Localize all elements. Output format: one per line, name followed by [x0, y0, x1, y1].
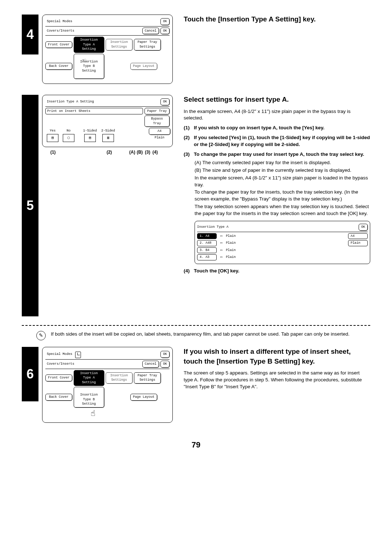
lcd6-title: Special Modes — [45, 351, 74, 357]
sub-b: (B) The size and type of paper in the cu… — [195, 167, 370, 174]
tray-r2-type: Plain — [226, 241, 236, 246]
callout-B: (B) — [137, 149, 143, 155]
hand-pointer-icon: ☜ — [82, 56, 86, 65]
dashed-divider — [22, 325, 370, 326]
paper-tray-settings-button[interactable]: Paper Tray Settings — [134, 39, 161, 50]
tray-r1-size[interactable]: 1. A4 — [197, 233, 217, 239]
page-layout-button[interactable]: Page Layout — [130, 63, 157, 70]
front-cover-button[interactable]: Front Cover — [45, 374, 72, 381]
item2-num: (2) — [184, 134, 194, 148]
sub-a: (A) The currently selected paper tray fo… — [195, 159, 370, 166]
step5-heading: Select settings for insert type A. — [184, 95, 370, 105]
note-text: If both sides of the insert will be copi… — [51, 331, 350, 338]
tray-r1-type: Plain — [226, 234, 236, 239]
tray-icon: ▭ — [220, 234, 222, 239]
sub-appear: The tray selection screen appears when t… — [195, 203, 370, 217]
a4-size-label: A4 — [149, 128, 170, 135]
ok-button-2[interactable]: OK — [160, 28, 170, 35]
hand-pointer-icon: ☝ — [90, 409, 95, 418]
callout-row: (1) (2) (A) (B) (3) (4) — [42, 149, 173, 155]
tray-r2-right[interactable]: Plain — [348, 240, 368, 246]
tray-ok-button[interactable]: OK — [359, 224, 368, 231]
insertion-type-a-button[interactable]: Insertion Type A Setting — [74, 37, 104, 53]
tray-r4-type: Plain — [226, 255, 236, 260]
tray-r4-size[interactable]: 4. A3 — [197, 254, 217, 260]
tray-icon: ▭ — [220, 248, 222, 253]
two-sided-button[interactable]: ▥ — [102, 134, 114, 142]
one-sided-button[interactable]: ▤ — [84, 134, 96, 142]
paper-tray-settings-button[interactable]: Paper Tray Settings — [134, 372, 161, 384]
no-button[interactable]: ▢ — [63, 134, 74, 142]
tray-r3-type: Plain — [226, 248, 236, 253]
lcd6-subtitle: Covers/Inserts — [45, 361, 76, 367]
lcd-subtitle: Covers/Inserts — [45, 28, 76, 34]
item4-text: Touch the [OK] key. — [194, 268, 240, 275]
ok-button-2[interactable]: OK — [160, 361, 170, 368]
print-on-insert-label: Print on Insert Sheets — [45, 108, 143, 115]
item3-num: (3) — [184, 151, 194, 158]
cancel-button[interactable]: Cancel — [142, 361, 159, 368]
step-4-number: 4 — [22, 15, 38, 54]
step4-lcd: Special Modes OK Covers/Inserts Cancel O… — [42, 15, 173, 84]
step5-lcd: Insertion Type A Setting OK Print on Ins… — [42, 95, 173, 147]
ok-button[interactable]: OK — [160, 351, 170, 358]
step6-heading: If you wish to insert a different type o… — [184, 347, 370, 366]
yes-label: Yes — [48, 128, 57, 134]
step6-lcd: Special Modes OK Covers/Inserts Cancel O… — [42, 347, 173, 423]
insertion-type-b-button[interactable]: Insertion Type B Setting — [74, 387, 104, 407]
front-cover-button[interactable]: Front Cover — [45, 41, 72, 48]
back-cover-button[interactable]: Back Cover — [45, 394, 72, 401]
page-icon — [75, 352, 81, 358]
callout-3: (3) — [145, 149, 150, 155]
cancel-button[interactable]: Cancel — [142, 28, 159, 35]
plain-label: Plain — [153, 135, 166, 141]
page-layout-button[interactable]: Page Layout — [130, 394, 157, 401]
note-icon: ✎ — [36, 331, 46, 340]
tray-icon: ▭ — [220, 241, 222, 246]
tray-r1-right[interactable]: A4 — [348, 233, 368, 239]
item1-text: If you wish to copy on insert type A, to… — [194, 125, 324, 131]
type-b-label: Insertion Type B Setting — [80, 393, 98, 406]
callout-4: (4) — [152, 149, 158, 155]
step5-intro: In the example screen, A4 (8-1/2" x 11")… — [184, 108, 370, 122]
no-label: No — [65, 128, 72, 134]
bypass-tray-button[interactable]: Bypass Tray — [144, 116, 170, 127]
sub-change: To change the paper tray for the inserts… — [195, 189, 370, 203]
ok-button[interactable]: OK — [160, 98, 170, 105]
callout-1: (1) — [42, 149, 64, 155]
yes-button[interactable]: ▤ — [47, 134, 58, 142]
step-6-number: 6 — [22, 347, 38, 401]
step4-heading: Touch the [Insertion Type A Setting] key… — [184, 15, 370, 24]
tray-r2-size[interactable]: 2. A4R — [197, 240, 217, 246]
lcd-title: Special Modes — [45, 19, 74, 25]
step-5-number: 5 — [22, 95, 38, 316]
insertion-type-b-button[interactable]: Insertion Type B Setting ☜ — [74, 54, 104, 79]
item2-text: If you selected [Yes] in (1), touch the … — [194, 134, 370, 148]
tray-selection-panel: Insertion Type A OK 1. A4 ▭ Plain A4 2. … — [195, 221, 370, 264]
item1-num: (1) — [184, 125, 194, 131]
page-number: 79 — [22, 439, 370, 451]
item4-num: (4) — [184, 268, 194, 275]
ok-button[interactable]: OK — [160, 18, 170, 25]
insertion-settings-button[interactable]: Insertion Settings — [106, 372, 132, 384]
tray-panel-title: Insertion Type A — [197, 225, 228, 230]
lcd5-title: Insertion Type A Setting — [45, 99, 95, 105]
paper-tray-label: Paper Tray — [144, 108, 170, 115]
item3-text: To change the paper tray used for insert… — [194, 151, 364, 158]
tray-r3-size[interactable]: 3. B4 — [197, 247, 217, 254]
step6-body: The screen of step 5 appears. Settings a… — [184, 370, 370, 390]
two-sided-label: 2-Sided — [100, 128, 117, 134]
callout-2: (2) — [100, 149, 118, 155]
sub-example: In the example screen, A4 (8-1/2" x 11")… — [195, 175, 370, 189]
callout-A: (A) — [129, 149, 135, 155]
one-sided-label: 1-Sided — [82, 128, 98, 134]
insertion-type-a-button[interactable]: Insertion Type A Setting — [74, 370, 104, 386]
insertion-settings-button[interactable]: Insertion Settings — [106, 39, 132, 50]
tray-icon: ▭ — [220, 255, 222, 260]
back-cover-button[interactable]: Back Cover — [45, 63, 72, 70]
